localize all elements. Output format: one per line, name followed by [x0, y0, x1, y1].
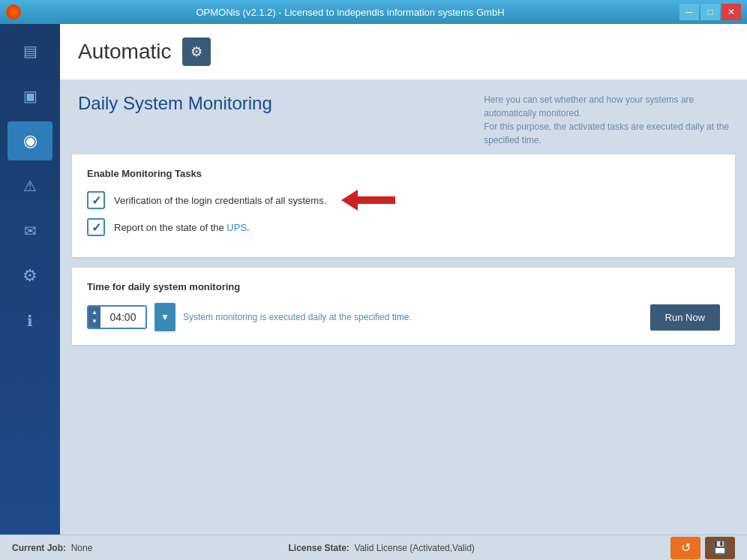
save-icon: 💾 — [712, 541, 728, 555]
license-label: License State: — [289, 543, 350, 553]
titlebar-title: OPMONis (v2.1.2) - Licensed to independi… — [21, 7, 680, 18]
status-buttons: ↺ 💾 — [670, 537, 735, 559]
time-increment-button[interactable]: ▲ — [92, 308, 98, 317]
refresh-icon: ↺ — [681, 541, 691, 555]
time-row: ▲ ▼ 04:00 ▼ System monitoring is execute… — [87, 303, 720, 331]
sidebar-item-info[interactable]: ℹ — [8, 301, 52, 340]
auto-title: Automatic — [78, 40, 172, 64]
app-logo — [6, 4, 21, 19]
sidebar-item-settings[interactable]: ⚙ — [8, 256, 52, 295]
sidebar-item-mail[interactable]: ✉ — [8, 211, 52, 250]
current-job-value: None — [71, 543, 93, 553]
sidebar-item-battery[interactable]: ▤ — [8, 31, 52, 70]
app-body: ▤ ▣ ◉ ⚠ ✉ ⚙ ℹ Automatic ⚙ Da — [0, 24, 747, 535]
titlebar-buttons: ─ □ ✕ — [680, 4, 741, 20]
time-value[interactable]: 04:00 — [100, 307, 146, 328]
sidebar-item-monitor[interactable]: ◉ — [8, 121, 52, 160]
checkmark-icon: ✓ — [92, 193, 101, 208]
auto-header: Automatic ⚙ — [60, 24, 747, 79]
close-button[interactable]: ✕ — [722, 4, 741, 20]
red-arrow-annotation — [341, 190, 395, 211]
status-right: License State: Valid License (Activated,… — [289, 543, 475, 553]
time-highlight: time — [392, 312, 410, 322]
run-now-button[interactable]: Run Now — [650, 304, 720, 331]
titlebar: OPMONis (v2.1.2) - Licensed to independi… — [0, 0, 747, 24]
task-login-verification-checkbox[interactable]: ✓ — [87, 191, 105, 209]
task-login-verification-label: Verification of the login credentials of… — [114, 195, 326, 206]
checkmark-icon-2: ✓ — [92, 220, 101, 235]
enable-tasks-title: Enable Monitoring Tasks — [87, 168, 720, 179]
status-bar: Current Job: None License State: Valid L… — [0, 535, 747, 560]
ups-highlight: UPS — [226, 222, 247, 233]
time-dropdown-button[interactable]: ▼ — [154, 303, 176, 331]
daily-monitoring-title: Daily System Monitoring — [78, 93, 272, 114]
save-button[interactable]: 💾 — [705, 537, 735, 559]
time-decrement-button[interactable]: ▼ — [92, 317, 98, 326]
gear-button[interactable]: ⚙ — [182, 37, 211, 66]
maximize-button[interactable]: □ — [700, 4, 720, 20]
current-job-label: Current Job: — [12, 543, 66, 553]
arrow-shaft — [358, 196, 395, 204]
enable-tasks-card: Enable Monitoring Tasks ✓ Verification o… — [72, 154, 735, 257]
daily-section: Daily System Monitoring Here you can set… — [60, 79, 747, 154]
task-ups-report-checkbox[interactable]: ✓ — [87, 218, 105, 236]
time-arrows: ▲ ▼ — [88, 307, 100, 328]
license-value: Valid License (Activated,Valid) — [355, 543, 475, 553]
sidebar: ▤ ▣ ◉ ⚠ ✉ ⚙ ℹ — [0, 24, 60, 535]
arrow-head-icon — [341, 190, 358, 211]
gear-icon: ⚙ — [190, 43, 202, 60]
time-card: Time for daily system monitoring ▲ ▼ 04:… — [72, 268, 735, 345]
task-ups-report-label: Report on the state of the UPS. — [114, 222, 250, 233]
time-section-title: Time for daily system monitoring — [87, 281, 720, 292]
sidebar-item-display[interactable]: ▣ — [8, 76, 52, 115]
refresh-button[interactable]: ↺ — [670, 537, 700, 559]
status-left: Current Job: None — [12, 543, 92, 553]
time-description: System monitoring is executed daily at t… — [183, 312, 643, 322]
minimize-button[interactable]: ─ — [680, 4, 699, 20]
sidebar-item-report[interactable]: ⚠ — [8, 166, 52, 205]
task-ups-report-row: ✓ Report on the state of the UPS. — [87, 218, 720, 236]
daily-monitoring-description: Here you can set whether and how your sy… — [484, 93, 729, 147]
task-login-verification-row: ✓ Verification of the login credentials … — [87, 190, 720, 211]
content-area: Automatic ⚙ Daily System Monitoring Here… — [60, 24, 747, 535]
chevron-down-icon: ▼ — [160, 312, 170, 322]
time-spinner[interactable]: ▲ ▼ 04:00 — [87, 305, 147, 329]
